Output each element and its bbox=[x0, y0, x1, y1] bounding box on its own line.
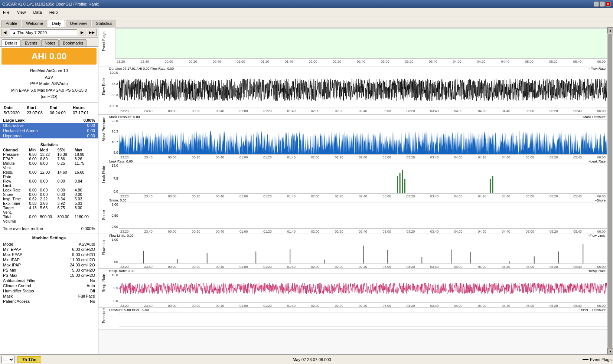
nav-forward-button[interactable]: ▶ bbox=[79, 29, 85, 36]
nav-back-button[interactable]: ◀ bbox=[1, 29, 8, 36]
close-button[interactable]: ✕ bbox=[606, 1, 611, 7]
status-timestamp: May 07 23:07:08.000 bbox=[44, 357, 580, 362]
app-title: OSCAR v1.0.1-r1 [a102a85d OpenGL] (Profi… bbox=[2, 2, 100, 6]
event-obstructive-value: 0.00 bbox=[87, 123, 95, 128]
leak-rate-title: Leak Rate: 0.00 −Leak Rate bbox=[108, 159, 607, 164]
snore-area bbox=[119, 203, 607, 229]
col-start: Start bbox=[26, 105, 49, 110]
tab-welcome[interactable]: Welcome bbox=[22, 20, 47, 27]
chart-flow-limit: Flow Limit. Flow Limit.: 0.00 −Flow Limi… bbox=[98, 233, 607, 269]
epap-ipap: Min EPAP 6.0 Max IPAP 24.0 PS 5.0-15.0 bbox=[3, 87, 95, 94]
pressure-title-left: Pressure: 0.00 EPAP: 0.00 bbox=[109, 308, 149, 312]
menu-file[interactable]: File bbox=[1, 9, 11, 15]
setting-min-epap: Min EPAP6.00 cmH2O bbox=[3, 247, 95, 252]
leak-rate-chart-row: 15.0 7.5 0.0 bbox=[108, 164, 607, 193]
setting-mask: MaskFull Face bbox=[3, 294, 95, 299]
stat-volume: Volume bbox=[3, 219, 95, 223]
mask-pressure-title-right: −Mask Pressure bbox=[581, 115, 606, 119]
sub-tab-bar: Details Events Notes Bookmarks bbox=[0, 38, 98, 47]
setting-antibacterial: Antibacterial FilterNo bbox=[3, 278, 95, 283]
flow-limit-title-right: −Flow Limit. bbox=[588, 234, 606, 237]
event-flags-time-axis: 23:2023:4000:0000:2000:4001:0001:2001:40… bbox=[115, 59, 607, 64]
maximize-button[interactable]: □ bbox=[600, 1, 605, 7]
chart-leak-rate: Leak Rate Leak Rate: 0.00 −Leak Rate 15.… bbox=[98, 159, 607, 198]
tab-profile[interactable]: Profile bbox=[1, 20, 21, 27]
flow-limit-ylabel: Flow Limit. bbox=[102, 246, 106, 255]
leak-rate-title-left: Leak Rate: 0.00 bbox=[109, 160, 133, 163]
minimize-button[interactable]: − bbox=[594, 1, 599, 7]
nav-date-display: ▲ Thu May 7 2020 bbox=[10, 29, 77, 36]
session-hours: 07:17:01 bbox=[72, 110, 95, 115]
leak-rate-title-right: −Leak Rate bbox=[588, 160, 606, 163]
ahi-value: AHI 0.00 bbox=[3, 51, 95, 62]
legend-label: Event Flags bbox=[590, 357, 612, 362]
setting-climate: Climate ControlAuto bbox=[3, 283, 95, 288]
time-over-leak-label: Time over leak redline bbox=[3, 226, 43, 231]
left-scroll-area: AHI 0.00 ResMed AirCurve 10 ASV PAP Mode… bbox=[0, 47, 98, 354]
stats-col-max: Max bbox=[75, 148, 95, 152]
time-over-leak-value: 0.000% bbox=[81, 226, 95, 231]
tab-daily[interactable]: Daily bbox=[48, 20, 65, 27]
chart-flow-rate: Flow Rate Duration 07:17:01 AHI 0.00 Flo… bbox=[98, 66, 607, 115]
statistics-section: Statistics Channel Min Med 95% Max Press… bbox=[0, 141, 98, 225]
setting-ps-min: PS Min5.00 cmH2O bbox=[3, 268, 95, 273]
nav-fast-forward-button[interactable]: ▶▶ bbox=[87, 29, 97, 36]
menu-help[interactable]: Help bbox=[48, 9, 59, 15]
stats-title: Statistics bbox=[3, 142, 95, 147]
snore-ylabel: Snore bbox=[102, 211, 106, 220]
stat-vent2: Vent. bbox=[3, 210, 95, 214]
svg-marker-1 bbox=[119, 131, 607, 154]
mask-pressure-area bbox=[119, 119, 607, 154]
stat-vent: Vent. bbox=[3, 165, 95, 170]
charts-panel: Event Flags LL OA UA H bbox=[98, 27, 607, 354]
status-bar: LL 7h 17m May 07 23:07:08.000 Event Flag… bbox=[0, 354, 613, 364]
tab-statistics[interactable]: Statistics bbox=[92, 20, 116, 27]
menu-data[interactable]: Data bbox=[32, 9, 43, 15]
session-header-row: Date Start End Hours bbox=[3, 105, 95, 110]
divider-2 bbox=[0, 140, 98, 140]
event-hypopnea: Hypopnea 0.00 bbox=[0, 133, 98, 138]
mask-pressure-y-axis: 22.0 16.3 10.7 5.0 bbox=[108, 119, 119, 154]
event-large-leak: Large Leak 0.00% bbox=[0, 118, 98, 123]
subtab-details[interactable]: Details bbox=[1, 39, 21, 46]
flow-limit-inner: Flow Limit.: 0.00 −Flow Limit. 1.00 0.00 bbox=[108, 233, 607, 269]
subtab-events[interactable]: Events bbox=[22, 39, 41, 46]
scroll-thumb[interactable] bbox=[608, 34, 612, 348]
subtab-bookmarks[interactable]: Bookmarks bbox=[59, 39, 87, 46]
event-obstructive-label: Obstructive bbox=[3, 123, 24, 128]
snore-title-right: −Snore bbox=[595, 199, 606, 202]
ll-dropdown-container: LL bbox=[1, 356, 14, 363]
title-bar: OSCAR v1.0.1-r1 [a102a85d OpenGL] (Profi… bbox=[0, 0, 613, 8]
event-large-leak-value: 0.00% bbox=[84, 118, 95, 122]
settings-title: Machine Settings bbox=[3, 236, 95, 240]
event-flags-ylabel: Event Flags bbox=[102, 42, 106, 51]
flow-rate-inner: Duration 07:17:01 AHI 0.00 Flow Rate: 0.… bbox=[108, 66, 607, 114]
main-tab-bar: Profile Welcome Daily Overview Statistic… bbox=[0, 16, 613, 27]
flow-limit-svg bbox=[119, 238, 607, 264]
resp-rate-title-left: Resp. Rate: 0.00 bbox=[109, 269, 134, 273]
stat-leak-rate: Leak Rate0.000.000.004.80 bbox=[3, 188, 95, 192]
setting-min-ipap: Min IPAP11.00 cmH2O bbox=[3, 257, 95, 262]
stat-pressure: Pressure6.5013.2216.3818.98 bbox=[3, 152, 95, 157]
stat-epap: EPAP6.006.807.868.26 bbox=[3, 157, 95, 161]
resp-rate-inner: Resp. Rate: 0.00 −Resp. Rate 19.0 9.5 0.… bbox=[108, 269, 607, 308]
tab-overview[interactable]: Overview bbox=[66, 20, 91, 27]
event-unclassified-label: Unclassified Apnea bbox=[3, 128, 38, 133]
right-scrollbar[interactable]: ▲ ▼ bbox=[607, 27, 613, 354]
menu-view[interactable]: View bbox=[16, 9, 27, 15]
flow-rate-chart-row: 100.0 33.3 -33.3 -100.0 bbox=[108, 71, 607, 108]
ll-dropdown[interactable]: LL bbox=[1, 356, 14, 363]
resp-rate-ylabel: Resp. Rate bbox=[102, 283, 106, 292]
stat-rate: Rate bbox=[3, 174, 95, 179]
mask-pressure-inner: Mask Pressure: 0.00 −Mask Pressure 22.0 … bbox=[108, 115, 607, 160]
leak-rate-svg bbox=[119, 164, 607, 193]
device-name: ResMed AirCurve 10 bbox=[3, 68, 95, 74]
chart-snore: Snore Snore: 0.00 −Snore 1.00 0.50 0.00 bbox=[98, 198, 607, 233]
flow-rate-title-right: −Flow Rate bbox=[588, 67, 606, 70]
scroll-down-button[interactable]: ▼ bbox=[607, 348, 613, 354]
subtab-notes[interactable]: Notes bbox=[41, 39, 59, 46]
right-wrapper: Event Flags LL OA UA H bbox=[98, 27, 613, 354]
pressure-inner: Pressure: 0.00 EPAP: 0.00 −EPAP −Pressur… bbox=[108, 308, 607, 327]
snore-title: Snore: 0.00 −Snore bbox=[108, 198, 607, 203]
scroll-up-button[interactable]: ▲ bbox=[607, 27, 613, 33]
